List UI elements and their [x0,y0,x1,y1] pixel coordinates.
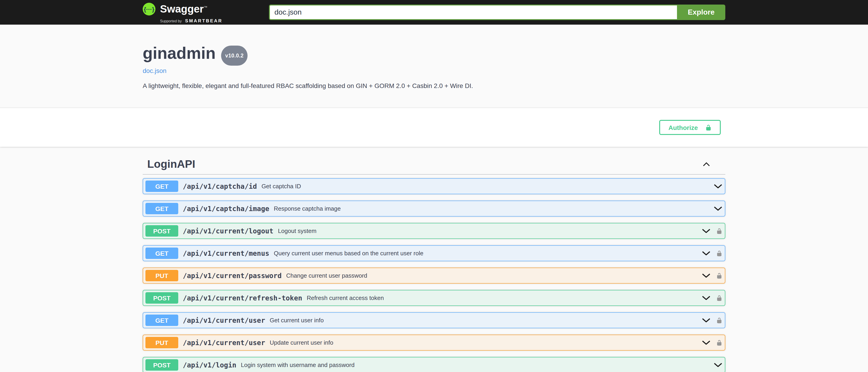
operation-description: Response captcha image [274,205,341,212]
chevron-down-icon[interactable] [714,363,722,367]
chevron-down-icon[interactable] [702,318,710,322]
chevron-down-icon[interactable] [702,274,710,278]
operation-path: /api/v1/captcha/image [183,205,269,213]
operation-path: /api/v1/login [183,361,237,369]
operation-path: /api/v1/current/password [183,272,282,280]
method-badge: POST [146,292,178,304]
operation-list: GET /api/v1/captcha/id Get captcha ID GE… [143,178,725,372]
method-badge: GET [146,315,178,326]
page-title: ginadminv10.0.2 [143,45,725,65]
operation-path: /api/v1/captcha/id [183,182,257,190]
scheme-container: Authorize [0,107,868,147]
operations-section: LoginAPI GET /api/v1/captcha/id Get capt… [143,147,725,372]
unlocked-padlock-icon [705,124,712,131]
authorize-label: Authorize [668,124,698,131]
spec-url-form: Explore [269,5,725,20]
tag-header-loginapi[interactable]: LoginAPI [143,154,725,175]
method-badge: POST [146,225,178,237]
spec-json-link[interactable]: doc.json [143,67,166,74]
method-badge: GET [146,248,178,259]
opblock-put-current-user[interactable]: PUT /api/v1/current/user Update current … [143,335,725,350]
operation-description: Update current user info [270,339,333,346]
operation-description: Change current user password [286,272,367,279]
method-badge: GET [146,181,178,192]
operation-description: Get captcha ID [261,183,301,190]
swagger-logo[interactable]: {···} Swagger™ Supported by SMARTBEAR [143,2,222,24]
chevron-down-icon[interactable] [714,207,722,211]
chevron-down-icon[interactable] [702,341,710,345]
chevron-down-icon[interactable] [702,229,710,233]
method-badge: PUT [146,337,178,348]
chevron-down-icon[interactable] [702,251,710,255]
swagger-wordmark: Swagger™ [160,2,222,15]
chevron-down-icon[interactable] [702,296,710,300]
operation-description: Refresh current access token [307,294,384,301]
opblock-put-current-password[interactable]: PUT /api/v1/current/password Change curr… [143,268,725,284]
spec-url-input[interactable] [269,5,677,20]
trademark-symbol: ™ [204,5,208,9]
swagger-ui-page: {···} Swagger™ Supported by SMARTBEAR Ex… [0,0,868,372]
operation-path: /api/v1/current/refresh-token [183,294,302,302]
swagger-logo-icon: {···} [143,3,155,16]
unlocked-padlock-icon[interactable] [716,339,722,346]
method-badge: PUT [146,270,178,281]
method-badge: GET [146,203,178,214]
operation-description: Get current user info [270,317,324,324]
unlocked-padlock-icon[interactable] [716,294,722,302]
operation-description: Logout system [278,227,316,234]
unlocked-padlock-icon[interactable] [716,317,722,324]
opblock-post-current-logout[interactable]: POST /api/v1/current/logout Logout syste… [143,223,725,239]
operation-description: Query current user menus based on the cu… [274,250,423,257]
version-badge: v10.0.2 [221,45,248,66]
opblock-get-captcha-id[interactable]: GET /api/v1/captcha/id Get captcha ID [143,178,725,194]
authorize-button[interactable]: Authorize [659,120,721,135]
api-description: A lightweight, flexible, elegant and ful… [143,82,725,90]
opblock-get-current-user[interactable]: GET /api/v1/current/user Get current use… [143,312,725,328]
operation-path: /api/v1/current/user [183,339,265,347]
opblock-get-captcha-image[interactable]: GET /api/v1/captcha/image Response captc… [143,200,725,217]
chevron-down-icon[interactable] [714,184,722,188]
unlocked-padlock-icon[interactable] [716,227,722,235]
operation-path: /api/v1/current/logout [183,227,273,235]
operation-description: Login system with username and password [241,362,355,368]
operation-path: /api/v1/current/menus [183,249,269,257]
logo-tagline: Supported by SMARTBEAR [160,16,222,24]
unlocked-padlock-icon[interactable] [716,250,722,257]
opblock-get-current-menus[interactable]: GET /api/v1/current/menus Query current … [143,245,725,261]
method-badge: POST [146,359,178,371]
explore-button[interactable]: Explore [677,5,725,20]
tag-title: LoginAPI [147,159,195,169]
info-section: ginadminv10.0.2 doc.json A lightweight, … [143,25,725,90]
topbar: {···} Swagger™ Supported by SMARTBEAR Ex… [0,0,868,25]
operation-path: /api/v1/current/user [183,316,265,324]
unlocked-padlock-icon[interactable] [716,272,722,279]
opblock-post-refresh-token[interactable]: POST /api/v1/current/refresh-token Refre… [143,290,725,306]
opblock-post-login[interactable]: POST /api/v1/login Login system with use… [143,357,725,372]
chevron-up-icon[interactable] [703,162,710,166]
